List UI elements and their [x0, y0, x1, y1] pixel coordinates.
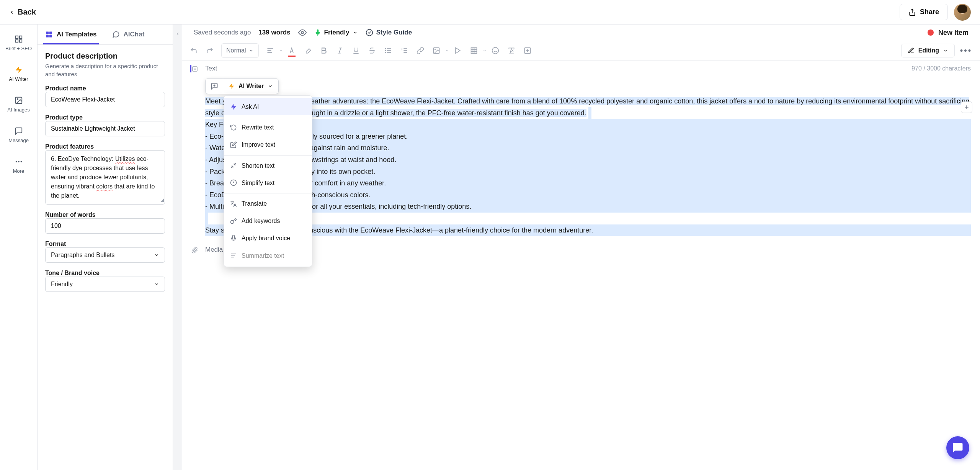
eye-icon[interactable]: [298, 28, 307, 37]
svg-rect-4: [19, 39, 21, 42]
link-button[interactable]: [413, 43, 428, 58]
ai-menu-ask[interactable]: Ask AI: [224, 98, 312, 115]
chevron-down-icon[interactable]: [279, 48, 283, 53]
image-icon: [15, 96, 23, 105]
ai-menu-improve[interactable]: Improve text: [224, 136, 312, 153]
tab-label: AI Templates: [57, 31, 97, 38]
sidebar: AI Templates AIChat Product description …: [38, 25, 173, 470]
plus-square-icon: [524, 47, 531, 54]
feature-item: - Multiple Pockets: Handy storage for al…: [205, 201, 971, 213]
video-button[interactable]: [450, 43, 466, 58]
chevron-down-icon[interactable]: [482, 48, 487, 53]
chat-icon: [952, 442, 964, 454]
highlight-button[interactable]: [300, 43, 315, 58]
attachment-icon: [191, 247, 198, 254]
numbered-list-button[interactable]: [397, 43, 412, 58]
add-block-button[interactable]: [961, 102, 972, 113]
paragraph-style-select[interactable]: Normal: [221, 43, 259, 58]
ai-menu-shorten[interactable]: Shorten text: [224, 157, 312, 174]
italic-button[interactable]: [332, 43, 348, 58]
bold-button[interactable]: [316, 43, 332, 58]
comment-button[interactable]: [206, 79, 223, 94]
feature-item: - Eco-Friendly Materials: Sustainably so…: [205, 131, 971, 142]
emoji-button[interactable]: [488, 43, 503, 58]
style-guide-button[interactable]: Style Guide: [366, 29, 412, 36]
numbered-list-icon: [400, 47, 408, 54]
avatar[interactable]: [954, 4, 971, 21]
feature-item: - Packable Design: Folds compactly into …: [205, 166, 971, 178]
add-button[interactable]: [520, 43, 535, 58]
italic-icon: [336, 47, 344, 54]
toolbar-more-button[interactable]: [959, 44, 972, 57]
tone-chip[interactable]: Friendly: [314, 29, 358, 36]
resize-grip-icon[interactable]: ◢: [160, 197, 164, 203]
list-icon: [384, 47, 392, 54]
redo-button[interactable]: [202, 43, 217, 58]
chevron-down-icon[interactable]: [445, 48, 449, 53]
block-handle[interactable]: [191, 246, 200, 254]
table-button[interactable]: [466, 43, 482, 58]
bolt-icon: [229, 83, 235, 89]
clear-format-button[interactable]: [504, 43, 519, 58]
templates-icon: [45, 31, 53, 38]
num-words-input[interactable]: [45, 218, 165, 234]
style-guide-label: Style Guide: [376, 29, 412, 36]
ai-writer-toolbar: AI Writer: [205, 78, 279, 94]
text-color-button[interactable]: [284, 43, 299, 58]
format-select[interactable]: Paragraphs and Bullets: [45, 247, 165, 263]
back-button[interactable]: Back: [9, 8, 36, 17]
help-chat-button[interactable]: [946, 436, 969, 459]
rail-item-images[interactable]: AI Images: [0, 89, 37, 120]
ai-menu-keywords[interactable]: Add keywords: [224, 212, 312, 229]
product-type-input[interactable]: [45, 121, 165, 136]
clear-format-icon: [508, 47, 515, 54]
redo-icon: [206, 47, 214, 54]
underline-icon: [352, 47, 360, 54]
editing-mode-button[interactable]: Editing: [901, 44, 955, 57]
insert-image-button[interactable]: [429, 43, 444, 58]
bullet-list-button[interactable]: [381, 43, 396, 58]
bolt-icon: [15, 66, 23, 74]
block-handle[interactable]: [191, 65, 200, 72]
svg-rect-1: [15, 36, 18, 38]
ai-menu-simplify[interactable]: Simplify text: [224, 174, 312, 192]
section-title: Product description: [45, 52, 165, 61]
product-name-input[interactable]: [45, 92, 165, 107]
feature-item: - Breathable Mesh Lining: Great for comf…: [205, 177, 971, 189]
tab-aichat[interactable]: AIChat: [105, 25, 152, 44]
text-content[interactable]: AI Writer Ask AI Rewrite tex: [205, 78, 971, 236]
word-count: 139 words: [258, 29, 290, 36]
rail-item-brief[interactable]: Brief + SEO: [0, 28, 37, 58]
svg-point-55: [964, 49, 967, 52]
svg-point-54: [960, 49, 963, 52]
tone-select[interactable]: Friendly: [45, 277, 165, 292]
svg-line-65: [231, 166, 233, 168]
undo-button[interactable]: [186, 43, 201, 58]
svg-point-8: [15, 161, 17, 162]
ai-menu-summarize[interactable]: Summarize text: [224, 247, 312, 264]
ai-menu-rewrite[interactable]: Rewrite text: [224, 119, 312, 136]
ai-menu-translate[interactable]: Translate: [224, 195, 312, 212]
dashboard-icon: [15, 35, 23, 43]
rail-label: AI Writer: [9, 76, 28, 82]
key-icon: [230, 218, 237, 224]
product-features-textarea[interactable]: 6. EcoDye Technology: Utilizes eco-frien…: [45, 150, 165, 205]
ai-writer-dropdown[interactable]: AI Writer: [223, 79, 278, 94]
share-button[interactable]: Share: [900, 4, 948, 20]
svg-point-56: [969, 49, 971, 52]
rail-item-writer[interactable]: AI Writer: [0, 58, 37, 89]
svg-rect-12: [49, 32, 52, 34]
svg-marker-5: [15, 66, 22, 73]
chevron-down-icon: [268, 84, 273, 89]
translate-icon: [230, 200, 237, 207]
rail-item-more[interactable]: More: [0, 150, 37, 181]
tone-value: Friendly: [51, 281, 73, 288]
align-button[interactable]: [263, 43, 278, 58]
underline-button[interactable]: [348, 43, 364, 58]
svg-point-30: [385, 48, 386, 49]
strikethrough-button[interactable]: [364, 43, 380, 58]
rail-item-message[interactable]: Message: [0, 120, 37, 150]
collapse-sidebar-button[interactable]: [173, 25, 182, 470]
ai-menu-brand-voice[interactable]: Apply brand voice: [224, 229, 312, 247]
tab-ai-templates[interactable]: AI Templates: [38, 25, 105, 44]
